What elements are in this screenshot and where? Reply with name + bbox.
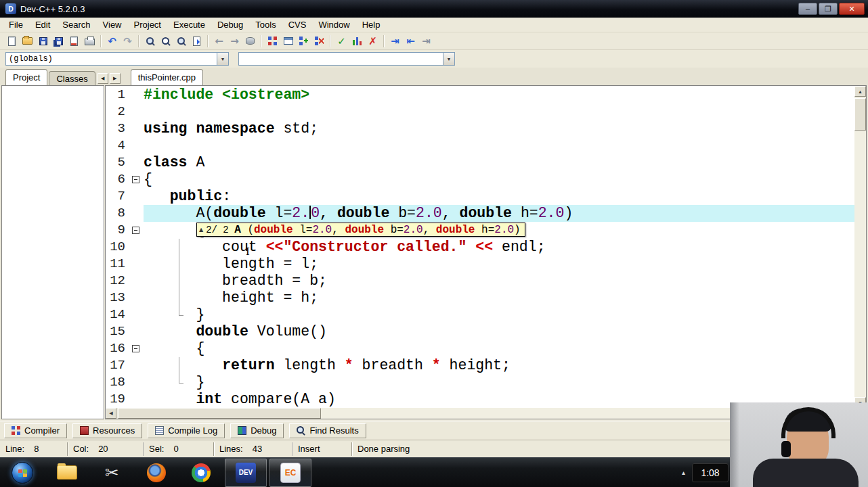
toggle-bookmark-button[interactable]: ⇤: [403, 34, 418, 49]
new-file-button[interactable]: [4, 34, 20, 49]
panel-tab-compiler[interactable]: Compiler: [4, 423, 67, 438]
combo-dropdown-icon[interactable]: ▼: [217, 53, 228, 65]
taskbar-clock[interactable]: 1:08: [692, 463, 729, 482]
code-line-10[interactable]: 10 cout <<"Constructor called." << endl;: [106, 239, 854, 256]
save-all-button[interactable]: [51, 34, 66, 49]
menu-view[interactable]: View: [97, 18, 128, 32]
devcpp-taskbar-button[interactable]: DEV: [225, 459, 267, 487]
code-line-6[interactable]: 6{: [106, 171, 854, 188]
line-number[interactable]: 17: [106, 357, 127, 374]
menu-window[interactable]: Window: [312, 18, 355, 32]
tab-scroll-left-icon[interactable]: ◀: [97, 73, 108, 84]
line-number[interactable]: 15: [106, 323, 127, 340]
line-number[interactable]: 16: [106, 340, 127, 357]
code-line-17[interactable]: 17 return length * breadth * height;: [106, 357, 854, 374]
line-number[interactable]: 13: [106, 289, 127, 306]
code-line-11[interactable]: 11 length = l;: [106, 256, 854, 273]
find-button[interactable]: [142, 34, 158, 49]
fold-toggle-icon[interactable]: [132, 227, 139, 234]
menu-file[interactable]: File: [3, 18, 29, 32]
code-line-5[interactable]: 5class A: [106, 154, 854, 171]
fold-margin[interactable]: [127, 340, 144, 357]
menu-tools[interactable]: Tools: [249, 18, 282, 32]
fold-margin[interactable]: [127, 171, 144, 188]
close-project-button[interactable]: [311, 34, 327, 49]
scroll-up-icon[interactable]: ▲: [854, 86, 866, 97]
print-button[interactable]: [82, 34, 97, 49]
fold-margin[interactable]: [127, 222, 144, 239]
line-number[interactable]: 6: [106, 171, 127, 188]
tab-project[interactable]: Project: [5, 69, 47, 85]
line-number[interactable]: 12: [106, 273, 127, 289]
code-line-2[interactable]: 2: [106, 103, 854, 120]
save-button[interactable]: [35, 34, 51, 49]
tab-scroll-right-icon[interactable]: ▶: [110, 73, 121, 84]
code-line-14[interactable]: 14 }: [106, 306, 854, 323]
line-number[interactable]: 5: [106, 154, 127, 171]
line-number[interactable]: 9: [106, 222, 127, 239]
code-line-15[interactable]: 15 double Volume(): [106, 323, 854, 340]
code-line-13[interactable]: 13 height = h;: [106, 289, 854, 306]
maximize-button[interactable]: ❐: [819, 3, 838, 15]
combo-dropdown-icon[interactable]: ▼: [443, 53, 454, 65]
undo-button[interactable]: ↶: [104, 34, 120, 49]
close-file-button[interactable]: [66, 34, 82, 49]
line-number[interactable]: 10: [106, 239, 127, 256]
code-line-16[interactable]: 16 {: [106, 340, 854, 357]
insert-button[interactable]: ⇥: [387, 34, 403, 49]
vertical-scrollbar[interactable]: ▲ ▼: [854, 86, 866, 408]
add-to-project-button[interactable]: [265, 34, 280, 49]
open-file-button[interactable]: [20, 34, 35, 49]
panel-tab-compile-log[interactable]: Compile Log: [148, 423, 225, 438]
back-button[interactable]: ←: [211, 34, 227, 49]
code-line-7[interactable]: 7 public:: [106, 188, 854, 205]
history-button[interactable]: [242, 34, 258, 49]
fold-toggle-icon[interactable]: [132, 176, 139, 183]
syntax-check-button[interactable]: ✓: [334, 34, 349, 49]
minimize-button[interactable]: –: [798, 3, 817, 15]
goto-line-button[interactable]: [189, 34, 204, 49]
code-line-12[interactable]: 12 breadth = b;: [106, 273, 854, 289]
vertical-scrollbar-thumb[interactable]: [854, 98, 866, 131]
tab-classes[interactable]: Classes: [49, 71, 95, 85]
goto-bookmark-button[interactable]: ⇥: [418, 34, 434, 49]
line-number[interactable]: 7: [106, 188, 127, 205]
tab-thispointer-cpp[interactable]: thisPointer.cpp: [131, 69, 203, 85]
chrome-button[interactable]: [180, 459, 222, 487]
firefox-button[interactable]: [135, 459, 177, 487]
line-number[interactable]: 14: [106, 306, 127, 323]
redo-button[interactable]: ↷: [120, 34, 135, 49]
code-line-8[interactable]: 8 A(double l=2.0, double b=2.0, double h…: [106, 205, 854, 222]
fold-toggle-icon[interactable]: [132, 345, 139, 352]
members-combo[interactable]: ▼: [238, 52, 455, 66]
horizontal-scrollbar-thumb[interactable]: [118, 408, 321, 419]
code-line-3[interactable]: 3using namespace std;: [106, 120, 854, 137]
panel-tab-find-results[interactable]: Find Results: [289, 423, 366, 438]
tray-expand-icon[interactable]: ▴: [682, 469, 685, 476]
menu-debug[interactable]: Debug: [211, 18, 249, 32]
line-number[interactable]: 18: [106, 374, 127, 391]
start-button[interactable]: [1, 459, 43, 487]
line-number[interactable]: 11: [106, 256, 127, 273]
calltip-up-icon[interactable]: ▲: [199, 227, 203, 233]
forward-button[interactable]: →: [227, 34, 242, 49]
globals-combo[interactable]: (globals) ▼: [5, 52, 229, 66]
encoder-taskbar-button[interactable]: EC: [269, 459, 311, 487]
explorer-button[interactable]: [46, 459, 88, 487]
menu-execute[interactable]: Execute: [167, 18, 211, 32]
line-number[interactable]: 2: [106, 103, 127, 120]
line-number[interactable]: 8: [106, 205, 127, 222]
menu-cvs[interactable]: CVS: [282, 18, 313, 32]
line-number[interactable]: 19: [106, 391, 127, 408]
panel-tab-resources[interactable]: Resources: [72, 423, 142, 438]
menu-help[interactable]: Help: [356, 18, 387, 32]
menu-search[interactable]: Search: [56, 18, 96, 32]
menu-edit[interactable]: Edit: [29, 18, 56, 32]
remove-from-project-button[interactable]: [280, 34, 296, 49]
code-line-1[interactable]: 1#include <iostream>: [106, 87, 854, 103]
find-next-button[interactable]: [173, 34, 189, 49]
code-line-4[interactable]: 4: [106, 137, 854, 154]
panel-tab-debug[interactable]: Debug: [230, 423, 284, 438]
code-area[interactable]: ▲2/ 2 A (double l=2.0, double b=2.0, dou…: [106, 86, 854, 408]
scroll-left-icon[interactable]: ◀: [106, 408, 116, 419]
